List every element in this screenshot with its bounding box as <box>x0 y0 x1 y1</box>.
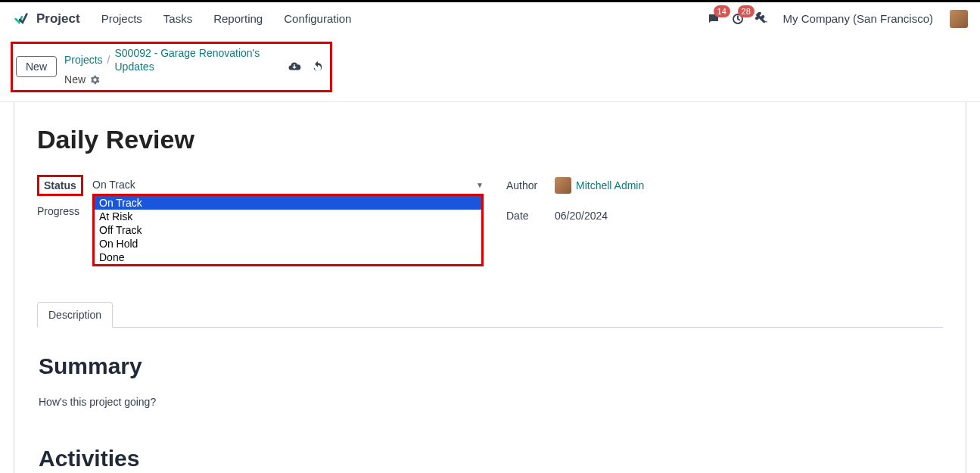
form-sheet: Daily Review Status On Track ▼ <box>14 102 966 474</box>
status-option-done[interactable]: Done <box>95 251 481 264</box>
status-dropdown: On Track At Risk Off Track On Hold Done <box>92 194 484 266</box>
nav-configuration[interactable]: Configuration <box>276 8 359 30</box>
messages-icon[interactable]: 14 <box>706 11 721 26</box>
gear-icon[interactable] <box>90 75 100 85</box>
nav-projects[interactable]: Projects <box>94 8 150 30</box>
author-avatar <box>555 177 571 194</box>
progress-label: Progress <box>37 205 92 217</box>
activities-badge: 28 <box>738 5 754 17</box>
status-option-atrisk[interactable]: At Risk <box>95 210 481 223</box>
breadcrumb-state: New <box>64 73 86 87</box>
discard-icon[interactable] <box>312 61 324 73</box>
company-switcher[interactable]: My Company (San Francisco) <box>783 12 933 25</box>
tools-icon[interactable] <box>754 11 768 26</box>
breadcrumb-root[interactable]: Projects <box>64 54 103 67</box>
description-body[interactable]: Summary How's this project going? Activi… <box>37 328 943 474</box>
author-link[interactable]: Mitchell Admin <box>576 179 644 191</box>
nav-reporting[interactable]: Reporting <box>206 8 270 30</box>
breadcrumb: Projects / S00092 - Garage Renovation's … <box>64 47 280 87</box>
author-label: Author <box>506 179 555 191</box>
status-value: On Track <box>92 179 135 191</box>
header-right: 14 28 My Company (San Francisco) <box>706 10 968 28</box>
breadcrumb-current[interactable]: S00092 - Garage Renovation's Updates <box>114 47 280 73</box>
messages-badge: 14 <box>714 5 730 17</box>
summary-text: How's this project going? <box>39 396 941 408</box>
date-value[interactable]: 06/20/2024 <box>555 210 608 222</box>
status-label: Status <box>37 175 92 196</box>
tab-description[interactable]: Description <box>37 302 113 328</box>
status-option-onhold[interactable]: On Hold <box>95 237 481 251</box>
status-option-ontrack[interactable]: On Track <box>95 196 481 210</box>
nav-tasks[interactable]: Tasks <box>156 8 200 30</box>
app-logo-icon <box>12 10 30 28</box>
date-label: Date <box>506 210 555 222</box>
user-avatar[interactable] <box>950 10 968 28</box>
tabs: Description <box>37 301 943 328</box>
breadcrumb-sep: / <box>107 54 110 67</box>
page-title[interactable]: Daily Review <box>37 125 943 154</box>
chevron-down-icon: ▼ <box>476 181 484 189</box>
status-field[interactable]: On Track ▼ On Track At Risk Off Track On… <box>92 177 484 193</box>
summary-heading: Summary <box>39 353 941 379</box>
breadcrumb-bar: New Projects / S00092 - Garage Renovatio… <box>11 42 332 92</box>
cloud-save-icon[interactable] <box>288 60 301 73</box>
new-button[interactable]: New <box>16 56 57 77</box>
activities-icon[interactable]: 28 <box>730 11 745 26</box>
app-name[interactable]: Project <box>36 11 80 26</box>
top-nav: Project Projects Tasks Reporting Configu… <box>0 2 980 36</box>
status-option-offtrack[interactable]: Off Track <box>95 223 481 237</box>
activities-heading: Activities <box>39 446 941 471</box>
